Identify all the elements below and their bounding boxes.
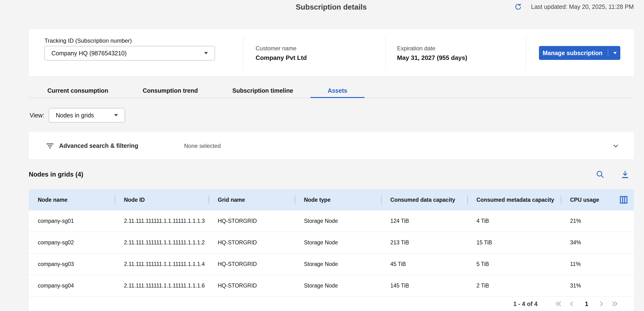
cpu-usage-header-label: CPU usage [570,197,599,203]
first-page-icon[interactable] [554,299,563,308]
previous-page-icon[interactable] [567,299,577,308]
last-updated-text: Last updated: May 20, 2025, 11:28 PM [531,3,634,10]
view-label: View: [30,112,44,119]
cell-node-id: 2.11.111.111111.1.1.11111.1.1.1.2 [115,232,209,253]
cell-consumed-data: 124 TiB [381,210,468,232]
filter-icon [46,141,54,150]
cell-node-id: 2.11.111.111111.1.1.11111.1.1.1.3 [115,210,209,232]
cell-node-type: Storage Node [295,210,381,232]
cell-node-type: Storage Node [295,253,381,275]
cell-consumed-metadata: 2 TiB [468,275,561,296]
column-settings-icon[interactable] [619,195,628,205]
advanced-search-bar[interactable]: Advanced search & filtering None selecte… [29,132,634,159]
table-header-row: Node name Node ID Grid name Node type Co… [29,189,634,210]
cell-node-type: Storage Node [295,275,381,296]
table-title: Nodes in grids (4) [29,171,83,178]
cell-consumed-data: 45 TiB [381,253,468,275]
cell-node-id: 2.11.111.111111.1.1.11111.1.1.1.6 [115,275,209,296]
chevron-down-icon [114,114,118,116]
table-row[interactable]: company-sg01 2.11.111.111111.1.1.11111.1… [29,210,634,232]
cell-consumed-metadata: 4 TiB [468,210,561,232]
current-page-number[interactable]: 1 [585,300,588,307]
column-header-consumed-data[interactable]: Consumed data capacity [381,189,468,210]
customer-name-value: Company Pvt Ltd [256,54,307,62]
cell-grid-name: HQ-STORGRID [209,210,295,232]
cell-grid-name: HQ-STORGRID [209,253,295,275]
tab-consumption-trend[interactable]: Consumption trend [126,84,215,98]
button-separator [608,49,608,57]
cell-node-type: Storage Node [295,232,381,253]
column-header-node-id[interactable]: Node ID [115,189,209,210]
cell-cpu-usage: 31% [561,275,634,296]
table-heading-row: Nodes in grids (4) [29,168,634,181]
cell-grid-name: HQ-STORGRID [209,232,295,253]
table-row[interactable]: company-sg03 2.11.111.111111.1.1.11111.1… [29,253,634,275]
divider [243,36,244,70]
pagination-range: 1 - 4 of 4 [513,300,538,307]
cell-consumed-data: 213 TiB [381,232,468,253]
tab-bar: Current consumption Consumption trend Su… [29,84,634,98]
customer-name-label: Customer name [256,45,296,52]
cell-node-name: company-sg02 [29,232,115,253]
view-select[interactable]: Nodes in grids [49,108,125,122]
chevron-down-icon[interactable] [612,142,620,150]
cell-grid-name: HQ-STORGRID [209,275,295,296]
pagination-bar: 1 - 4 of 4 1 [29,297,634,311]
tracking-id-value: Company HQ (9876543210) [52,50,126,57]
tab-subscription-timeline[interactable]: Subscription timeline [215,84,310,98]
cell-node-name: company-sg01 [29,210,115,232]
last-page-icon[interactable] [610,299,619,308]
download-icon[interactable] [620,169,630,180]
view-select-value: Nodes in grids [56,112,94,119]
manage-subscription-label: Manage subscription [542,50,602,57]
cell-node-name: company-sg03 [29,253,115,275]
table-actions [595,169,634,180]
nodes-table: Node name Node ID Grid name Node type Co… [29,189,634,297]
cell-node-name: company-sg04 [29,275,115,296]
tab-current-consumption[interactable]: Current consumption [30,84,126,98]
divider [385,36,386,70]
next-page-icon[interactable] [596,299,606,308]
column-header-grid-name[interactable]: Grid name [209,189,295,210]
cell-cpu-usage: 21% [561,210,634,232]
column-header-cpu-usage[interactable]: CPU usage [561,189,634,210]
refresh-icon[interactable] [513,2,523,12]
advanced-search-title: Advanced search & filtering [59,142,138,149]
chevron-down-icon [204,52,208,54]
cell-consumed-data: 145 TiB [381,275,468,296]
manage-subscription-button[interactable]: Manage subscription [539,46,620,60]
column-header-node-type[interactable]: Node type [295,189,381,210]
column-header-node-name[interactable]: Node name [29,189,115,210]
chevron-down-icon[interactable] [613,52,617,54]
tracking-id-select[interactable]: Company HQ (9876543210) [44,46,215,60]
search-icon[interactable] [595,169,606,180]
cell-cpu-usage: 34% [561,232,634,253]
table-row[interactable]: company-sg04 2.11.111.111111.1.1.11111.1… [29,275,634,297]
cell-node-id: 2.11.111.111111.1.1.11111.1.1.1.4 [115,253,209,275]
advanced-search-status: None selected [184,143,221,149]
divider [526,36,526,70]
cell-consumed-metadata: 5 TiB [468,253,561,275]
tab-assets[interactable]: Assets [310,84,364,98]
last-updated-area: Last updated: May 20, 2025, 11:28 PM [513,2,634,12]
expiration-date-value: May 31, 2027 (955 days) [397,54,467,62]
table-row[interactable]: company-sg02 2.11.111.111111.1.1.11111.1… [29,232,634,253]
column-header-consumed-metadata[interactable]: Consumed metadata capacity [468,189,561,210]
top-header: Subscription details Last updated: May 2… [29,0,634,17]
cell-consumed-metadata: 15 TiB [468,232,561,253]
tracking-id-label: Tracking ID (Subscription number) [44,37,132,44]
cell-cpu-usage: 11% [561,253,634,275]
subscription-summary-card: Tracking ID (Subscription number) Compan… [29,29,634,76]
expiration-date-label: Expiration date [397,45,435,52]
